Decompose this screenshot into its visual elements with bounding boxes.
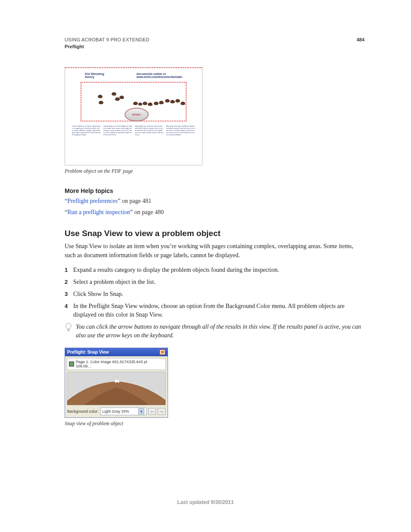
snap-view-canvas xyxy=(67,372,166,405)
figure-pdf-page: Kid Slimming Annoy documents online or w… xyxy=(65,67,202,165)
link-preflight-preferences[interactable]: Preflight preferences xyxy=(67,198,118,204)
background-color-label: Background color: xyxy=(67,409,99,414)
step-number: 1 xyxy=(65,266,73,274)
snap-view-window: Preflight: Snap View ✕ Page 1: Color ima… xyxy=(65,348,168,418)
step-2: 2 Select a problem object in the list. xyxy=(65,278,364,286)
logo-badge: KAHILI xyxy=(125,108,149,121)
problem-object-highlight: KAHILI xyxy=(81,82,187,121)
step-text: Click Show In Snap. xyxy=(73,290,364,299)
tip-callout: You can click the arrow buttons to navig… xyxy=(65,323,364,340)
step-1: 1 Expand a results category to display t… xyxy=(65,266,364,274)
fig1-header-left: Kid Slimming Annoy xyxy=(85,72,104,78)
snap-view-info-bar: Page 1: Color image 601.917X335.643 pt 1… xyxy=(67,358,166,370)
prev-arrow-button[interactable]: ⇦ xyxy=(148,408,156,415)
close-icon[interactable]: ✕ xyxy=(159,349,165,355)
fig1-header-right: documents online or www.kohl.com/documen… xyxy=(137,72,182,78)
fig1-body-columns: Lorem odiplu les er dolor orignit laorer… xyxy=(72,125,195,136)
tip-text: You can click the arrow buttons to navig… xyxy=(76,323,364,340)
arrow-left-icon: ⇦ xyxy=(150,409,154,414)
snap-view-titlebar[interactable]: Preflight: Snap View ✕ xyxy=(65,348,168,356)
running-header-section: Preflight xyxy=(65,44,364,49)
step-4: 4 In the Preflight Snap View window, cho… xyxy=(65,302,364,319)
background-color-value: Light Gray 25% xyxy=(103,409,129,414)
step-text: Expand a results category to display the… xyxy=(73,266,364,274)
svg-point-0 xyxy=(66,323,71,329)
help-link-row-2: “Run a preflight inspection” on page 480 xyxy=(65,209,364,216)
arrow-right-icon: ⇨ xyxy=(160,409,163,414)
page-number: 484 xyxy=(357,37,364,42)
figure2-caption: Snap view of problem object xyxy=(65,420,364,427)
intro-paragraph: Use Snap View to isolate an item when yo… xyxy=(65,242,364,260)
lightbulb-icon xyxy=(65,323,72,340)
step-text: In the Preflight Snap View window, choos… xyxy=(73,302,364,319)
next-arrow-button[interactable]: ⇨ xyxy=(158,408,165,415)
step-number: 3 xyxy=(65,290,73,299)
step-number: 2 xyxy=(65,278,73,286)
image-icon xyxy=(69,361,74,367)
help-link-row-1: “Preflight preferences” on page 481 xyxy=(65,198,364,205)
section-heading: Use Snap View to view a problem object xyxy=(65,229,364,238)
step-3: 3 Click Show In Snap. xyxy=(65,290,364,299)
chevron-down-icon[interactable]: ▾ xyxy=(138,408,144,414)
page-footer: Last updated 9/30/2011 xyxy=(0,499,411,505)
running-header-title: USING ACROBAT 9 PRO EXTENDED xyxy=(65,37,149,42)
link-run-preflight-inspection[interactable]: Run a preflight inspection xyxy=(67,209,130,215)
step-text: Select a problem object in the list. xyxy=(73,278,364,286)
background-color-select[interactable]: Light Gray 25% ▾ xyxy=(100,408,146,415)
figure1-caption: Problem object on the PDF page xyxy=(65,168,364,174)
snap-view-title: Preflight: Snap View xyxy=(67,350,109,355)
more-help-heading: More Help topics xyxy=(65,187,364,194)
snap-view-info-text: Page 1: Color image 601.917X335.643 pt 1… xyxy=(76,360,164,368)
step-number: 4 xyxy=(65,302,73,319)
